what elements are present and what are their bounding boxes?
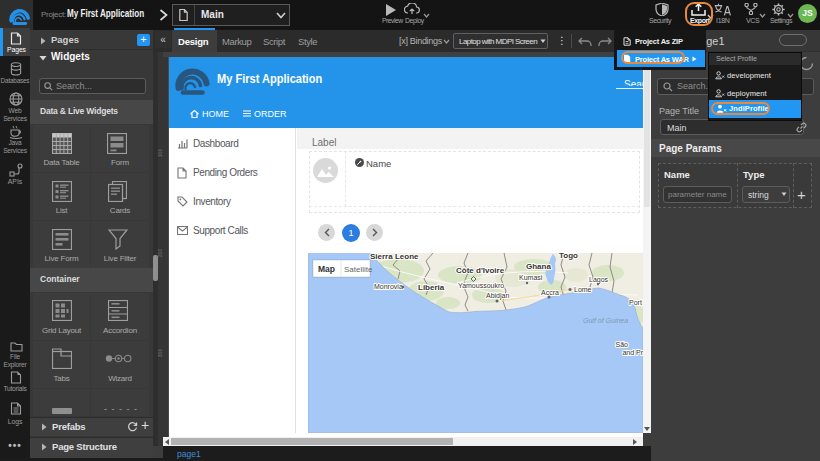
svg-text:Abidjan: Abidjan <box>486 292 509 300</box>
svg-text:Port: Port <box>629 299 642 306</box>
svg-text:Gulf of Guinea: Gulf of Guinea <box>583 317 628 324</box>
svg-text:Lome: Lome <box>574 286 592 293</box>
svg-text:Lagos: Lagos <box>589 276 609 284</box>
svg-text:and Pr: and Pr <box>622 349 643 356</box>
svg-text:Map: Map <box>318 264 335 274</box>
svg-text:Accra: Accra <box>541 289 559 296</box>
svg-text:Satellite: Satellite <box>344 265 373 274</box>
svg-text:Kumasi: Kumasi <box>519 274 543 281</box>
svg-text:Sierra Leone: Sierra Leone <box>370 253 419 261</box>
svg-text:Monrovia: Monrovia <box>374 283 403 290</box>
svg-text:Côte d'Ivoire: Côte d'Ivoire <box>456 266 505 275</box>
svg-text:Liberia: Liberia <box>418 283 445 292</box>
svg-text:Yamoussoukro: Yamoussoukro <box>458 282 504 289</box>
svg-text:São: São <box>616 341 629 348</box>
svg-text:Ghana: Ghana <box>526 262 551 271</box>
svg-text:Togo: Togo <box>559 253 578 260</box>
